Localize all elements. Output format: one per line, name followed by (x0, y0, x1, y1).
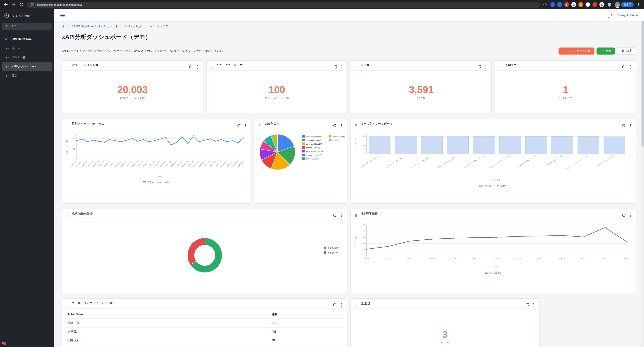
browser-menu-icon[interactable] (636, 3, 641, 7)
extension-icon[interactable]: ▶ (564, 2, 569, 7)
breadcrumb-home[interactable]: ホーム (62, 24, 71, 28)
legend-item[interactable]: 日別アクティビティ推移 (143, 180, 170, 184)
profile-name-badge[interactable]: 仕事用 (622, 2, 634, 7)
legend-item[interactable]: launched (3931件) (302, 135, 324, 138)
widget-refresh-icon[interactable] (478, 63, 482, 67)
extension-icon[interactable] (557, 2, 562, 7)
widget-refresh-icon[interactable] (525, 301, 529, 305)
profile-avatar-icon[interactable] (615, 2, 620, 7)
legend-item[interactable]: experienced (2019件) (302, 149, 324, 153)
widget-menu-icon[interactable] (532, 301, 536, 305)
sidebar-back-button[interactable]: メニュー (2, 23, 52, 30)
drag-handle-icon[interactable] (258, 122, 262, 126)
widget-refresh-icon[interactable] (622, 122, 626, 126)
widget-title: コース別アクティビティ (360, 122, 393, 126)
drag-handle-icon[interactable] (66, 122, 70, 126)
widget-menu-icon[interactable] (195, 63, 199, 67)
extension-icon[interactable]: S (600, 2, 604, 7)
sidebar-item-data-list[interactable]: データ一覧 (2, 53, 52, 62)
browser-forward-icon[interactable] (11, 2, 16, 7)
drag-handle-icon[interactable] (499, 63, 503, 68)
widget-menu-icon[interactable] (484, 63, 488, 67)
browser-reload-icon[interactable] (19, 2, 24, 7)
sidebar-item-xapi-dashboard[interactable]: xAPIダッシュボード (2, 63, 52, 71)
legend-label: failed (1235件) (332, 135, 345, 138)
svg-text:2025-01-04: 2025-01-04 (70, 160, 76, 167)
drag-handle-icon[interactable] (66, 301, 70, 305)
drag-handle-icon[interactable] (210, 63, 214, 68)
list-icon (4, 37, 8, 41)
widget-menu-icon[interactable] (340, 63, 344, 67)
svg-text:2025-03: 2025-03 (407, 258, 413, 260)
widget-refresh-icon[interactable] (237, 122, 241, 126)
widget-menu-icon[interactable] (339, 122, 344, 126)
extension-icon[interactable]: @ (571, 2, 576, 7)
widget-refresh-icon[interactable] (333, 211, 337, 216)
drag-handle-icon[interactable] (66, 63, 70, 68)
breadcrumb-lms-datastore[interactable]: LMS DataStore (74, 25, 94, 28)
drag-handle-icon[interactable] (354, 63, 358, 68)
widget-menu-icon[interactable] (244, 122, 248, 126)
app-logo[interactable]: SEC Console (0, 9, 54, 22)
table-header[interactable]: Actor Name (66, 310, 270, 318)
browser-profile[interactable]: 仕事用 (615, 2, 634, 7)
drag-handle-icon[interactable] (354, 301, 358, 305)
sidebar-item-home[interactable]: ホーム (2, 44, 52, 53)
legend-item[interactable]: 失敗 (1235件) (324, 250, 340, 254)
drag-handle-icon[interactable] (354, 211, 358, 216)
widget-menu-icon[interactable] (339, 211, 344, 216)
settings-button[interactable]: 設定 (617, 47, 636, 54)
bookmark-star-icon[interactable] (543, 2, 548, 7)
add-widget-button[interactable]: ウィジェット追加 (559, 47, 594, 54)
extension-icon[interactable] (586, 2, 590, 7)
extension-icon[interactable]: * (592, 2, 598, 7)
course-chart-svg: 0400800アクティビティ数コース名ビジネスマナー基礎 - 小テスト2ビジネス… (354, 132, 632, 181)
legend-item[interactable]: (未設定) (328, 138, 345, 142)
corner-logo[interactable] (1, 340, 7, 346)
legend-item[interactable]: played (1608件) (302, 157, 324, 161)
legend-item[interactable]: attempted (3648件) (302, 138, 324, 142)
legend-item[interactable]: completed (3591件) (302, 142, 324, 146)
svg-text:リーダーシップ研修 - 小テスト1: リーダーシップ研修 - 小テスト1 (595, 155, 614, 168)
legend-item[interactable]: コース別アクティビティ (480, 184, 507, 187)
browser-back-icon[interactable] (3, 2, 8, 7)
widget-refresh-icon[interactable] (622, 211, 626, 216)
extension-icon[interactable]: ✓ (550, 2, 555, 7)
scrollbar-thumb[interactable] (642, 11, 644, 147)
svg-text:2025-11: 2025-11 (580, 258, 586, 260)
extension-icon[interactable]: a (578, 2, 584, 7)
drag-handle-icon[interactable] (354, 122, 358, 126)
legend-item[interactable]: answered (1609件) (302, 153, 324, 157)
refresh-button[interactable]: 更新 (596, 47, 615, 54)
widget-refresh-icon[interactable] (333, 63, 337, 67)
address-bar[interactable]: localhost/lms-datastore/dashboards/3 (27, 2, 540, 8)
widget-menu-icon[interactable] (628, 63, 632, 67)
widget-menu-icon[interactable] (628, 122, 632, 126)
page-actions: ウィジェット追加 更新 設定 (559, 47, 636, 54)
url-text[interactable]: localhost/lms-datastore/dashboards/3 (37, 3, 82, 6)
widget-refresh-icon[interactable] (333, 122, 337, 126)
svg-text:200: 200 (362, 242, 366, 244)
page-scrollbar[interactable] (641, 9, 644, 347)
widget-menu-icon[interactable] (339, 301, 344, 305)
legend-item[interactable]: 成功 (2359件) (324, 246, 340, 250)
user-name[interactable]: Takayuki Fuwa (617, 13, 638, 17)
fullscreen-icon[interactable] (608, 13, 613, 17)
circle-icon (6, 74, 9, 78)
widget-refresh-icon[interactable] (188, 63, 193, 67)
hamburger-menu-icon[interactable] (60, 12, 66, 18)
legend-item[interactable]: 月別完了推移 (485, 271, 502, 275)
table-header[interactable]: 件数 (270, 310, 344, 318)
widget-menu-icon[interactable] (628, 211, 632, 216)
site-info-icon[interactable] (30, 3, 35, 7)
legend-item[interactable]: passed (2359件) (302, 146, 324, 149)
widget-refresh-icon[interactable] (333, 301, 337, 305)
widget-verb-distribution: Verb別分布 launched (3931件)attempted (3648件… (255, 119, 347, 204)
svg-text:2025-02-02: 2025-02-02 (232, 160, 238, 167)
sidebar-item-settings[interactable]: 設定 (2, 72, 52, 80)
drag-handle-icon[interactable] (66, 211, 70, 216)
extensions-puzzle-icon[interactable] (607, 2, 612, 7)
breadcrumb-xapi-dashboard[interactable]: xAPIダッシュボード (97, 24, 124, 28)
widget-refresh-icon[interactable] (622, 63, 626, 67)
legend-item[interactable]: failed (1235件) (328, 135, 345, 138)
